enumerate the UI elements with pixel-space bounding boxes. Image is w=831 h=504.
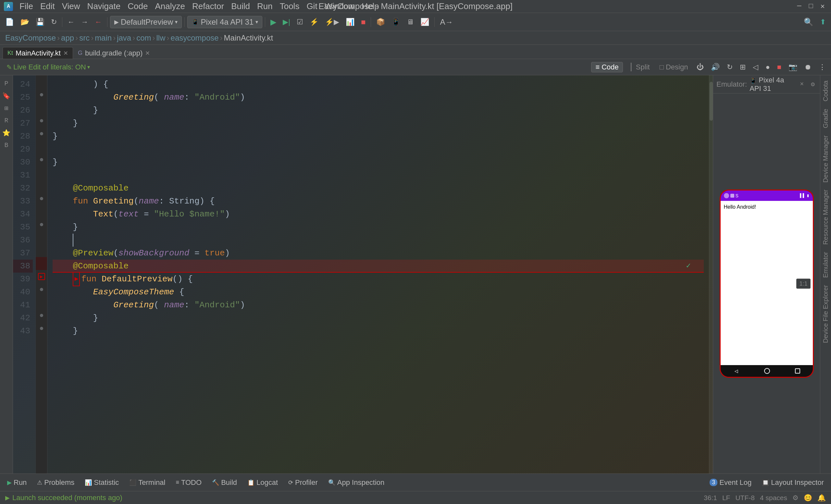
screenshot-button[interactable]: 📷 [786, 61, 800, 73]
code-content[interactable]: ) { Greeting( name: "Android") } } } [48, 75, 709, 474]
menu-view[interactable]: View [59, 1, 83, 12]
close-buildgradle-tab[interactable]: ✕ [145, 50, 150, 57]
volume-button[interactable]: 🔊 [708, 61, 722, 73]
close-button[interactable]: ✕ [818, 2, 827, 11]
bookmark-icon[interactable]: 🔖 [1, 90, 12, 101]
breadcrumb-mainactivity[interactable]: MainActivity.kt [224, 33, 273, 42]
new-file-button[interactable]: 📄 [3, 16, 17, 28]
tab-statistic[interactable]: 📊 Statistic [80, 476, 123, 489]
tab-mainactivity[interactable]: Kt MainActivity.kt ✕ [3, 47, 73, 59]
run-gutter-icon[interactable]: ▶ [38, 273, 45, 280]
back-nav-button[interactable]: ◁ [750, 61, 761, 73]
refresh-button[interactable]: ↻ [48, 16, 59, 28]
run-app-button[interactable]: ▶ [268, 16, 279, 28]
tab-run[interactable]: ▶ Run [3, 476, 31, 489]
tab-build[interactable]: 🔨 Build [207, 476, 241, 489]
search-everywhere-button[interactable]: 🔍 [801, 16, 816, 28]
sidebar-resource-manager[interactable]: Resource Manager [821, 187, 831, 247]
resource-icon[interactable]: R [1, 115, 12, 126]
tab-todo[interactable]: ≡ TODO [171, 476, 206, 489]
live-edit-toggle[interactable]: ✎ Live Edit of literals: ON ▾ [3, 62, 94, 72]
rotation-button[interactable]: ↻ [724, 61, 735, 73]
maximize-button[interactable]: □ [806, 2, 815, 11]
nav-back[interactable]: ◁ [733, 368, 740, 374]
scrollbar-thumb[interactable] [710, 82, 713, 121]
settings-button[interactable]: ⚙ [809, 80, 817, 89]
close-mainactivity-tab[interactable]: ✕ [63, 50, 68, 57]
power-button[interactable]: ⏻ [694, 61, 706, 73]
breadcrumb-app[interactable]: app [61, 33, 74, 42]
more-options-button[interactable]: ⋮ [816, 61, 828, 73]
open-button[interactable]: 📂 [18, 16, 32, 28]
menu-run[interactable]: Run [254, 1, 276, 12]
menu-edit[interactable]: Edit [37, 1, 58, 12]
sidebar-codota[interactable]: Codota [821, 78, 831, 104]
minimize-button[interactable]: ─ [795, 2, 804, 11]
tab-profiler[interactable]: ⟳ Profiler [284, 476, 322, 489]
breadcrumb-src[interactable]: src [79, 33, 90, 42]
forward-button[interactable]: → [79, 16, 91, 28]
translate-button[interactable]: A→ [437, 16, 455, 28]
emulator-tab-close[interactable]: × [800, 81, 804, 88]
sidebar-device-manager[interactable]: Device Manager [821, 133, 831, 185]
record-button[interactable]: ⏺ [802, 61, 814, 73]
profiler-btn[interactable]: 📈 [418, 16, 432, 28]
tab-problems[interactable]: ⚠ Problems [32, 476, 79, 489]
avd-manager-button[interactable]: 📱 [389, 16, 403, 28]
breadcrumb-easycompose[interactable]: EasyCompose [5, 33, 56, 42]
sidebar-device-file-explorer[interactable]: Device File Explorer [821, 283, 831, 346]
tab-layout-inspector[interactable]: 🔲 Layout Inspector [757, 476, 828, 489]
run-coverage-button[interactable]: ☑ [294, 16, 306, 28]
update-button[interactable]: ⬆ [818, 16, 828, 28]
menu-refactor[interactable]: Refactor [189, 1, 227, 12]
status-settings-icon[interactable]: ⚙ [792, 494, 799, 502]
tab-app-inspection[interactable]: 🔍 App Inspection [324, 476, 389, 489]
code-view-button[interactable]: ≡ Code [591, 62, 623, 72]
tab-event-log[interactable]: 3 Event Log [705, 476, 756, 489]
vertical-scrollbar[interactable] [709, 75, 713, 474]
nav-home[interactable] [764, 368, 770, 374]
menu-analyze[interactable]: Analyze [151, 1, 188, 12]
run-debug-button[interactable]: ▶| [280, 16, 293, 28]
menu-navigate[interactable]: Navigate [84, 1, 124, 12]
split-view-button[interactable]: ⎪ Split [624, 62, 654, 72]
menu-code[interactable]: Code [124, 1, 151, 12]
profile-button[interactable]: 📊 [343, 16, 357, 28]
menu-build[interactable]: Build [228, 1, 253, 12]
status-notifications-icon[interactable]: 🔔 [818, 494, 826, 502]
device-dropdown[interactable]: 📱 Pixel 4a API 31 ▾ [187, 16, 262, 28]
menu-file[interactable]: File [16, 1, 36, 12]
build-variants-icon[interactable]: B [1, 140, 12, 151]
breadcrumb-llw[interactable]: llw [156, 33, 166, 42]
apply-run-button[interactable]: ⚡▶ [322, 16, 342, 28]
stop-button[interactable]: ■ [359, 16, 368, 28]
tab-terminal[interactable]: ⬛ Terminal [125, 476, 170, 489]
breadcrumb-java[interactable]: java [117, 33, 131, 42]
fold-button[interactable]: ⊞ [737, 61, 748, 73]
menu-tools[interactable]: Tools [277, 1, 303, 12]
back-button[interactable]: ← [65, 16, 77, 28]
code-editor[interactable]: 24 25 26 27 28 29 30 31 32 33 34 35 36 3… [13, 75, 713, 474]
back2-button[interactable]: ← [92, 16, 105, 28]
sdk-manager-button[interactable]: 📦 [374, 16, 388, 28]
tab-logcat[interactable]: 📋 Logcat [243, 476, 282, 489]
project-icon[interactable]: P [1, 78, 12, 89]
sidebar-gradle[interactable]: Gradle [821, 106, 831, 131]
device-manager-button[interactable]: 🖥 [404, 16, 417, 28]
nav-recent[interactable] [795, 368, 800, 374]
sidebar-emulator[interactable]: Emulator [821, 249, 831, 280]
status-smiley-icon[interactable]: 😊 [804, 494, 812, 502]
design-view-button[interactable]: □ Design [655, 62, 692, 72]
home-nav-button[interactable]: ● [763, 61, 772, 73]
preview-dropdown[interactable]: ▶ DefaultPreview ▾ [110, 16, 182, 28]
breadcrumb-com[interactable]: com [136, 33, 151, 42]
breadcrumb-easycompose2[interactable]: easycompose [171, 33, 219, 42]
tab-buildgradle[interactable]: G build.gradle (:app) ✕ [73, 47, 155, 59]
breadcrumb-main[interactable]: main [95, 33, 112, 42]
window-controls[interactable]: ─ □ ✕ [795, 2, 827, 11]
structure-icon[interactable]: ⊞ [1, 102, 12, 114]
save-button[interactable]: 💾 [33, 16, 47, 28]
stop-run-button[interactable]: ■ [775, 61, 784, 73]
menu-git[interactable]: Git [303, 1, 320, 12]
favorites-icon[interactable]: ⭐ [1, 127, 12, 138]
